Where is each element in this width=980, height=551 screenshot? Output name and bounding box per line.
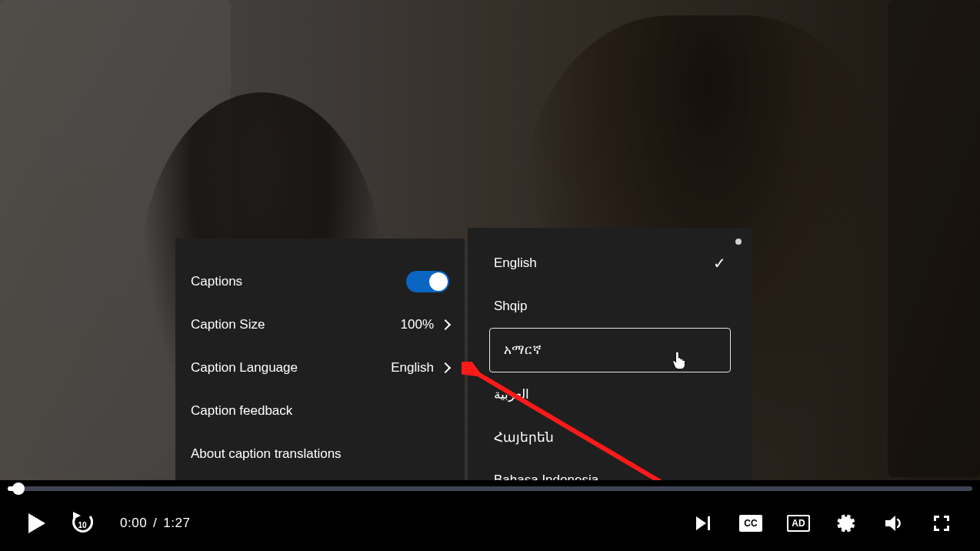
time-separator: / — [153, 516, 157, 531]
cc-icon: CC — [739, 515, 762, 532]
next-icon — [694, 514, 712, 533]
captions-toggle-label: Captions — [191, 274, 242, 289]
about-translations-row[interactable]: About caption translations — [175, 432, 465, 476]
next-button[interactable] — [691, 511, 715, 536]
caption-language-label: Caption Language — [191, 360, 298, 376]
caption-feedback-label: Caption feedback — [191, 403, 292, 419]
chevron-right-icon — [440, 362, 451, 373]
player-controls: 10 0:00 / 1:27 CC AD — [0, 480, 980, 551]
ad-icon: AD — [787, 515, 810, 532]
rewind-10-button[interactable]: 10 — [68, 511, 97, 536]
caption-language-value: English — [391, 360, 434, 376]
duration: 1:27 — [163, 516, 190, 531]
svg-marker-7 — [885, 516, 895, 531]
closed-captions-button[interactable]: CC — [738, 511, 763, 536]
progress-bar[interactable] — [8, 486, 972, 491]
gear-icon — [836, 513, 856, 533]
left-controls: 10 0:00 / 1:27 — [0, 511, 190, 536]
language-option-label: English — [494, 255, 537, 271]
play-icon — [27, 512, 47, 535]
language-option-label: العربية — [494, 386, 529, 402]
svg-text:10: 10 — [78, 521, 87, 529]
language-option-label: አማርኛ — [504, 342, 542, 358]
language-option-english[interactable]: English ✓ — [489, 242, 731, 285]
language-option-amharic[interactable]: አማርኛ — [489, 328, 731, 372]
chevron-right-icon — [440, 319, 451, 330]
pointer-cursor-icon — [672, 350, 688, 370]
caption-language-row[interactable]: Caption Language English — [175, 346, 465, 389]
language-option-arabic[interactable]: العربية — [489, 372, 731, 416]
about-translations-label: About caption translations — [191, 446, 342, 462]
time-display: 0:00 / 1:27 — [120, 516, 190, 531]
right-controls: CC AD — [691, 511, 980, 536]
language-option-shqip[interactable]: Shqip — [489, 285, 731, 328]
language-option-label: Shqip — [494, 299, 527, 314]
toggle-knob — [429, 272, 448, 291]
rewind-10-icon: 10 — [68, 512, 96, 535]
caption-language-list-panel: English ✓ Shqip አማርኛ العربية Հայերեն Bah… — [468, 228, 752, 483]
settings-button[interactable] — [834, 511, 858, 536]
caption-size-value: 100% — [401, 317, 434, 332]
caption-size-label: Caption Size — [191, 317, 265, 332]
caption-feedback-row[interactable]: Caption feedback — [175, 389, 465, 432]
scrollbar-thumb[interactable] — [735, 239, 742, 245]
fullscreen-button[interactable] — [929, 511, 954, 536]
captions-toggle-row: Captions — [175, 260, 465, 303]
progress-thumb[interactable] — [12, 483, 25, 495]
caption-size-row[interactable]: Caption Size 100% — [175, 303, 465, 346]
svg-marker-2 — [28, 513, 45, 533]
captions-toggle[interactable] — [406, 271, 449, 292]
current-time: 0:00 — [120, 516, 147, 531]
audio-description-button[interactable]: AD — [786, 511, 811, 536]
svg-rect-6 — [708, 516, 710, 530]
svg-marker-3 — [73, 512, 81, 519]
controls-row: 10 0:00 / 1:27 CC AD — [0, 500, 980, 546]
svg-marker-5 — [696, 516, 706, 530]
play-button[interactable] — [25, 511, 49, 536]
captions-settings-panel: Captions Caption Size 100% Caption Langu… — [175, 239, 465, 482]
language-option-label: Հայերեն — [494, 429, 554, 446]
language-list: English ✓ Shqip አማርኛ العربية Հայերեն Bah… — [468, 228, 752, 483]
volume-icon — [884, 513, 904, 533]
volume-button[interactable] — [882, 511, 906, 536]
check-icon: ✓ — [713, 254, 726, 272]
video-player: Captions Caption Size 100% Caption Langu… — [0, 0, 980, 551]
fullscreen-icon — [932, 514, 951, 533]
language-option-armenian[interactable]: Հայերեն — [489, 416, 731, 459]
